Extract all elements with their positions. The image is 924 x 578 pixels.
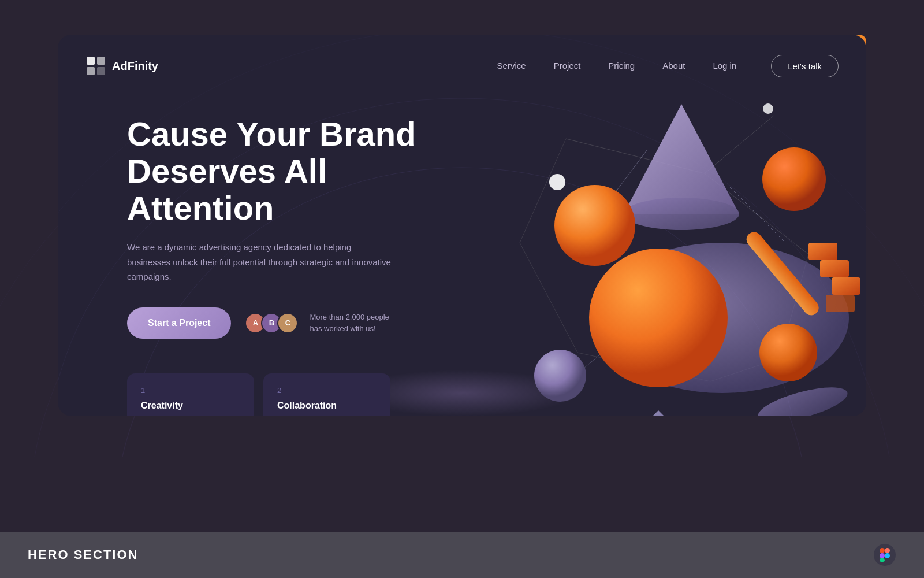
svg-point-24 bbox=[595, 243, 849, 393]
hero-title-line1: Cause Your Brand bbox=[127, 115, 416, 153]
svg-rect-7 bbox=[87, 67, 95, 75]
nav-link-service[interactable]: Service bbox=[497, 61, 526, 71]
svg-line-13 bbox=[520, 139, 566, 243]
hero-content: Cause Your Brand Deserves All Attention … bbox=[58, 81, 439, 339]
svg-line-15 bbox=[520, 243, 578, 353]
nav-item-pricing[interactable]: Pricing bbox=[608, 61, 635, 71]
shapes-illustration bbox=[462, 69, 866, 416]
navbar: AdFinity Service Project Pricing About L… bbox=[58, 35, 866, 81]
svg-rect-34 bbox=[826, 295, 855, 312]
lets-talk-button[interactable]: Let's talk bbox=[771, 55, 839, 77]
svg-rect-33 bbox=[832, 277, 860, 295]
feature-title-collaboration: Collaboration bbox=[277, 401, 377, 411]
brand-name: AdFinity bbox=[112, 60, 158, 73]
svg-rect-42 bbox=[880, 558, 885, 562]
svg-rect-40 bbox=[885, 548, 890, 553]
bottom-bar: HERO SECTION bbox=[0, 532, 924, 578]
nav-item-login[interactable]: Log in bbox=[713, 61, 736, 71]
feature-number-2: 2 bbox=[277, 386, 377, 395]
nav-link-login[interactable]: Log in bbox=[713, 61, 736, 71]
feature-cards: 1 Creativity Our team of creative minds … bbox=[58, 373, 866, 416]
social-proof-line1: More than 2,000 people bbox=[310, 312, 389, 323]
feature-card-collaboration: 2 Collaboration We work closely with our… bbox=[263, 373, 390, 416]
svg-point-27 bbox=[762, 147, 826, 211]
feature-number-1: 1 bbox=[141, 386, 240, 395]
svg-rect-8 bbox=[97, 57, 105, 65]
feature-desc-creativity: Our team of creative minds is passionate… bbox=[141, 416, 240, 416]
hero-title-line2: Deserves All Attention bbox=[127, 152, 327, 227]
nav-item-about[interactable]: About bbox=[662, 61, 685, 71]
svg-rect-9 bbox=[97, 67, 105, 75]
svg-marker-22 bbox=[624, 104, 739, 214]
nav-item-project[interactable]: Project bbox=[554, 61, 581, 71]
svg-rect-39 bbox=[880, 548, 885, 553]
hero-actions: Start a Project A B C More than 2,000 pe… bbox=[127, 307, 439, 339]
nav-links: Service Project Pricing About Log in bbox=[497, 61, 737, 71]
avatars: A B C bbox=[245, 313, 293, 334]
svg-point-38 bbox=[874, 544, 896, 566]
svg-line-11 bbox=[705, 116, 774, 173]
svg-line-18 bbox=[578, 150, 647, 243]
main-card: AdFinity Service Project Pricing About L… bbox=[58, 35, 866, 416]
svg-line-19 bbox=[728, 185, 785, 243]
svg-point-36 bbox=[763, 103, 773, 114]
svg-point-43 bbox=[885, 553, 890, 558]
avatar-3: C bbox=[277, 313, 298, 334]
feature-desc-collaboration: We work closely with our clients, unders… bbox=[277, 416, 377, 416]
svg-rect-30 bbox=[743, 229, 822, 318]
nav-link-project[interactable]: Project bbox=[554, 61, 581, 71]
bottom-bar-title: HERO SECTION bbox=[28, 547, 138, 562]
social-proof: A B C More than 2,000 people has worked … bbox=[245, 312, 389, 334]
svg-point-26 bbox=[589, 249, 728, 387]
social-proof-line2: has worked with us! bbox=[310, 323, 389, 335]
svg-rect-6 bbox=[87, 57, 95, 65]
feature-card-creativity: 1 Creativity Our team of creative minds … bbox=[127, 373, 254, 416]
nav-item-service[interactable]: Service bbox=[497, 61, 526, 71]
svg-line-14 bbox=[780, 254, 808, 358]
nav-link-pricing[interactable]: Pricing bbox=[608, 61, 635, 71]
svg-point-23 bbox=[624, 198, 739, 230]
hero-subtitle: We are a dynamic advertising agency dedi… bbox=[127, 240, 393, 284]
svg-rect-41 bbox=[880, 553, 885, 558]
hero-title: Cause Your Brand Deserves All Attention bbox=[127, 116, 439, 226]
svg-point-21 bbox=[549, 174, 565, 190]
svg-rect-31 bbox=[808, 243, 837, 260]
feature-title-creativity: Creativity bbox=[141, 401, 240, 411]
nav-link-about[interactable]: About bbox=[662, 61, 685, 71]
svg-line-10 bbox=[566, 139, 705, 173]
logo-icon bbox=[85, 55, 106, 76]
logo: AdFinity bbox=[85, 55, 158, 76]
svg-point-28 bbox=[554, 185, 635, 266]
social-proof-text: More than 2,000 people has worked with u… bbox=[310, 312, 389, 334]
svg-rect-32 bbox=[820, 260, 849, 277]
figma-icon bbox=[873, 543, 896, 566]
svg-line-12 bbox=[705, 173, 808, 254]
start-project-button[interactable]: Start a Project bbox=[127, 307, 231, 339]
